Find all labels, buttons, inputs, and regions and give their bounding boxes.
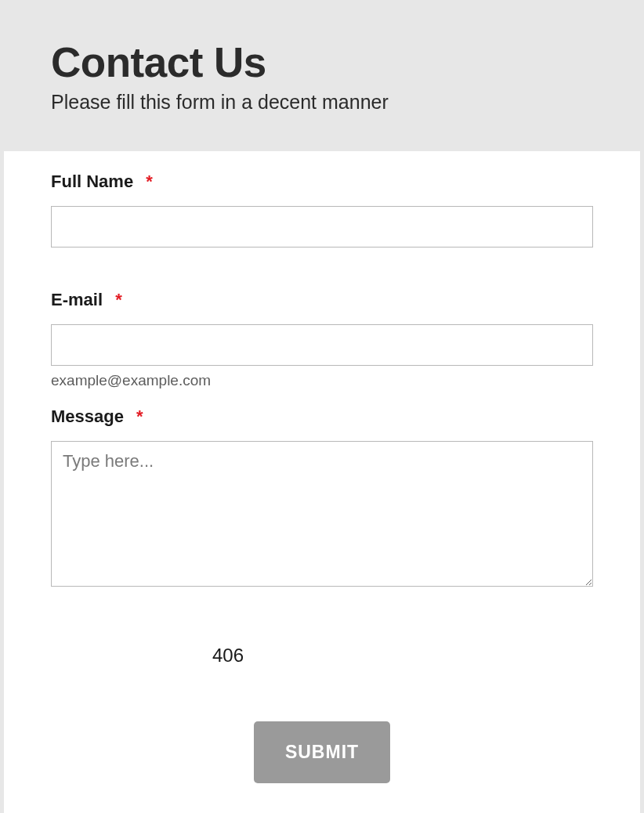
message-group: Message *: [51, 406, 593, 590]
required-asterisk: *: [136, 406, 143, 426]
full-name-group: Full Name *: [51, 172, 593, 248]
message-label-text: Message: [51, 406, 124, 426]
email-input[interactable]: [51, 324, 593, 366]
email-group: E-mail * example@example.com: [51, 290, 593, 389]
required-asterisk: *: [146, 172, 153, 191]
email-label-text: E-mail: [51, 290, 103, 309]
message-label: Message *: [51, 406, 593, 427]
full-name-input[interactable]: [51, 206, 593, 248]
email-hint: example@example.com: [51, 372, 593, 389]
message-textarea[interactable]: [51, 441, 593, 587]
submit-wrapper: SUBMIT: [51, 721, 593, 783]
page-title: Contact Us: [51, 38, 593, 86]
email-label: E-mail *: [51, 290, 593, 310]
submit-button[interactable]: SUBMIT: [254, 721, 390, 783]
captcha-area: 406: [51, 645, 593, 667]
form-body: Full Name * E-mail * example@example.com…: [4, 151, 640, 813]
captcha-code: 406: [212, 645, 244, 666]
form-header: Contact Us Please fill this form in a de…: [4, 4, 640, 151]
page-subtitle: Please fill this form in a decent manner: [51, 91, 593, 114]
required-asterisk: *: [115, 290, 122, 309]
form-container: Contact Us Please fill this form in a de…: [0, 0, 644, 813]
full-name-label-text: Full Name: [51, 172, 133, 191]
full-name-label: Full Name *: [51, 172, 593, 192]
